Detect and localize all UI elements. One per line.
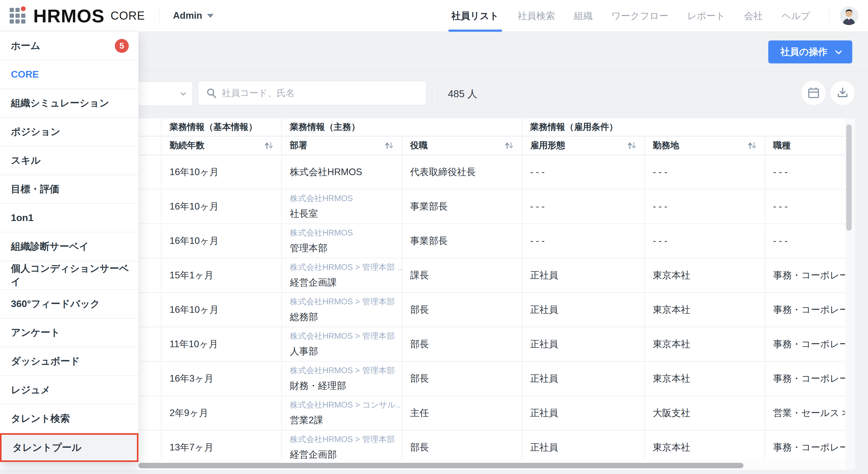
- table-row[interactable]: 16年10ヶ月 株式会社HRMOS 代表取締役社長 - - - - - - - …: [138, 155, 845, 190]
- cell-department: 株式会社HRMOS > 管理本部 … 経営企画課: [281, 259, 402, 293]
- cell-department: 株式会社HRMOS 社長室: [281, 190, 402, 224]
- table-row[interactable]: 16年10ヶ月 株式会社HRMOS 管理本部 事業部長 - - - - - - …: [138, 224, 845, 259]
- menu-item-personal-condition-survey[interactable]: 個人コンディションサーベイ: [0, 261, 138, 290]
- tab-report[interactable]: レポート: [687, 0, 725, 32]
- calendar-icon: [807, 86, 820, 100]
- search-box[interactable]: [198, 81, 426, 105]
- table-row[interactable]: 16年3ヶ月 株式会社HRMOS > 管理本部 財務・経理部 部長 正社員 東京…: [138, 362, 845, 396]
- table-row[interactable]: 2年9ヶ月 株式会社HRMOS > コンサル… 営業2課 主任 正社員 大阪支社…: [138, 396, 845, 431]
- notification-badge: 5: [115, 39, 129, 53]
- menu-item-resume[interactable]: レジュメ: [0, 376, 138, 405]
- cell-employment: 正社員: [522, 293, 644, 327]
- col-employment[interactable]: 雇用形態: [522, 136, 644, 155]
- cell-department: 株式会社HRMOS > コンサル… 営業2課: [281, 396, 402, 431]
- sort-icon[interactable]: [746, 140, 757, 151]
- table-row[interactable]: 15年1ヶ月 株式会社HRMOS > 管理本部 … 経営企画課 課長 正社員 東…: [138, 259, 845, 293]
- menu-item-talent-search[interactable]: タレント検索: [0, 405, 138, 433]
- menu-item-1on1[interactable]: 1on1: [0, 204, 138, 233]
- tab-employee-list[interactable]: 社員リスト: [452, 0, 499, 32]
- menu-item-org-survey[interactable]: 組織診断サーベイ: [0, 233, 138, 261]
- admin-menu[interactable]: Admin: [173, 10, 202, 21]
- cell-department: 株式会社HRMOS > 管理本部 人事部: [281, 327, 402, 362]
- sort-icon[interactable]: [383, 140, 395, 151]
- cell-employment: - - -: [522, 224, 644, 259]
- tab-help[interactable]: ヘルプ: [781, 0, 810, 32]
- menu-item-core[interactable]: CORE: [0, 60, 138, 89]
- cell-tenure: 16年10ヶ月: [161, 224, 281, 259]
- menu-item-360-feedback[interactable]: 360°フィードバック: [0, 290, 138, 318]
- table-row[interactable]: 16年10ヶ月 株式会社HRMOS > 管理本部 総務部 部長 正社員 東京本社…: [138, 293, 845, 327]
- cell-job-type: 事務・コーポレート: [765, 327, 845, 362]
- cell-role: 部長: [402, 431, 522, 460]
- sort-icon[interactable]: [503, 140, 515, 151]
- cell-role: 代表取締役社長: [402, 155, 522, 190]
- cell-job-type: 事務・コーポレート: [765, 362, 845, 396]
- menu-item-org-simulation[interactable]: 組織シミュレーション: [0, 89, 138, 118]
- department-path-link[interactable]: 株式会社HRMOS > 管理本部 …: [290, 262, 402, 273]
- department-path-link[interactable]: 株式会社HRMOS > 管理本部: [290, 434, 402, 445]
- employee-actions-button[interactable]: 社員の操作: [768, 40, 852, 63]
- topbar-divider-2: [829, 9, 829, 23]
- department-path-link[interactable]: 株式会社HRMOS > 管理本部: [290, 296, 402, 307]
- col-department[interactable]: 部署: [281, 136, 402, 155]
- cell-employment: 正社員: [522, 259, 644, 293]
- user-avatar[interactable]: [840, 6, 858, 25]
- cell-tenure: 16年10ヶ月: [161, 293, 281, 327]
- cell-department: 株式会社HRMOS > 管理本部 財務・経理部: [281, 362, 402, 396]
- calendar-button[interactable]: [802, 81, 826, 105]
- col-role[interactable]: 役職: [402, 136, 522, 155]
- department-path-link[interactable]: 株式会社HRMOS > コンサル…: [290, 399, 402, 410]
- vertical-scrollbar[interactable]: [846, 124, 852, 231]
- employee-actions-label: 社員の操作: [780, 45, 828, 58]
- menu-item-home[interactable]: ホーム 5: [0, 32, 138, 60]
- cell-tenure: 2年9ヶ月: [161, 396, 281, 431]
- horizontal-scrollbar[interactable]: [138, 463, 743, 468]
- menu-item-questionnaire[interactable]: アンケート: [0, 318, 138, 347]
- cell-role: 部長: [402, 293, 522, 327]
- tab-company[interactable]: 会社: [744, 0, 763, 32]
- tab-workflow[interactable]: ワークフロー: [612, 0, 669, 32]
- group-main-duty: 業務情報（主務）: [281, 118, 522, 136]
- cell-employment: 正社員: [522, 362, 644, 396]
- table-row[interactable]: 11年10ヶ月 株式会社HRMOS > 管理本部 人事部 部長 正社員 東京本社…: [138, 327, 845, 362]
- menu-item-talent-pool[interactable]: タレントプール: [0, 433, 138, 462]
- col-tenure[interactable]: 勤続年数: [161, 136, 281, 155]
- cell-location: 東京本社: [644, 431, 765, 460]
- download-button[interactable]: [831, 81, 855, 105]
- department-path-link[interactable]: 株式会社HRMOS: [290, 227, 402, 238]
- sort-icon[interactable]: [626, 140, 637, 151]
- department-path-link[interactable]: 株式会社HRMOS > 管理本部: [290, 365, 402, 376]
- cell-job-type: 事務・コーポレート: [765, 293, 845, 327]
- department-path-link[interactable]: 株式会社HRMOS > 管理本部: [290, 331, 402, 341]
- cell-tenure: 16年10ヶ月: [161, 155, 281, 190]
- department-path-link[interactable]: 株式会社HRMOS: [290, 193, 402, 204]
- menu-item-goals-evaluation[interactable]: 目標・評価: [0, 175, 138, 204]
- cell-department: 株式会社HRMOS 管理本部: [281, 224, 402, 259]
- column-header-row: 勤続年数 部署 役職 雇用形態: [138, 136, 845, 155]
- col-job-type[interactable]: 職種: [765, 136, 845, 155]
- menu-item-dashboard[interactable]: ダッシュボード: [0, 347, 138, 376]
- menu-item-skill[interactable]: スキル: [0, 146, 138, 175]
- search-input[interactable]: [222, 88, 403, 98]
- cell-job-type: - - -: [765, 155, 845, 190]
- sort-icon[interactable]: [263, 140, 274, 151]
- group-basic-info: 業務情報（基本情報）: [161, 118, 281, 136]
- hrmos-app: HRMOS CORE Admin 社員リスト 社員検索 組織 ワークフロー レポ…: [0, 0, 868, 474]
- cell-role: 主任: [402, 396, 522, 431]
- menu-item-position[interactable]: ポジション: [0, 118, 138, 146]
- cell-tenure: 16年10ヶ月: [161, 190, 281, 224]
- cell-job-type: - - -: [765, 190, 845, 224]
- admin-caret-icon[interactable]: [207, 14, 214, 18]
- cell-employment: - - -: [522, 190, 644, 224]
- cell-job-type: 事務・コーポレート: [765, 431, 845, 460]
- col-location[interactable]: 勤務地: [644, 136, 765, 155]
- table-row[interactable]: 16年10ヶ月 株式会社HRMOS 社長室 事業部長 - - - - - - -…: [138, 190, 845, 224]
- brand[interactable]: HRMOS CORE: [10, 5, 145, 27]
- group-employment-terms: 業務情報（雇用条件）: [522, 118, 845, 136]
- dropdown-chevron-icon: [180, 90, 186, 95]
- hrmos-logo-mark-icon: [10, 8, 25, 24]
- cell-job-type: 事務・コーポレート: [765, 259, 845, 293]
- tab-employee-search[interactable]: 社員検索: [518, 0, 555, 32]
- table-row[interactable]: 13年7ヶ月 株式会社HRMOS > 管理本部 経営企画部 部長 正社員 東京本…: [138, 431, 845, 460]
- tab-organization[interactable]: 組織: [574, 0, 593, 32]
